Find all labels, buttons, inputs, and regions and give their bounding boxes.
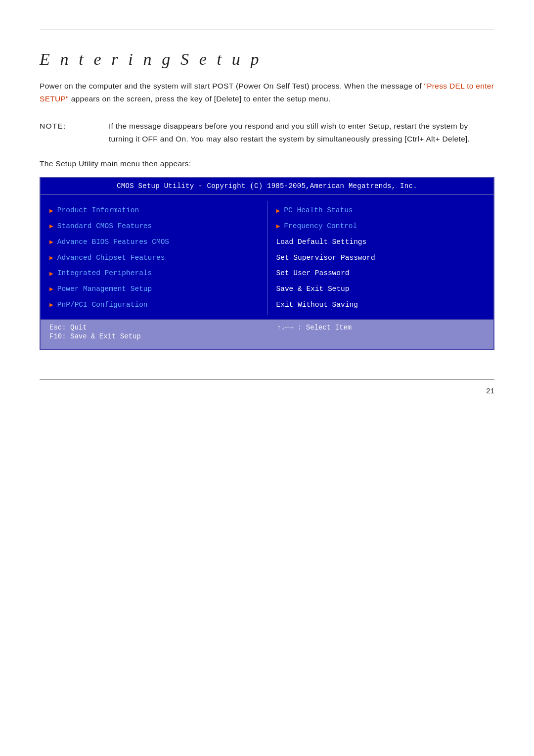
bios-item-label: Save & Exit Setup [276,284,350,295]
bios-arrow-icon: ▶ [49,222,53,232]
bios-arrow-icon: ▶ [49,206,53,216]
bios-item-label: Set User Password [276,268,350,279]
bios-item-label: Exit Without Saving [276,300,358,311]
bios-right-item: Set User Password [276,266,485,282]
bios-left-item: ▶Power Management Setup [49,282,258,297]
note-label: NOTE: [40,120,84,146]
bios-right-item: ▶Frequency Control [276,219,485,235]
bios-right-item: Save & Exit Setup [276,282,485,297]
note-block: NOTE: If the message disappears before y… [40,120,494,146]
bios-left-column: ▶Product Information▶Standard CMOS Featu… [41,201,267,315]
bottom-rule [40,379,494,380]
intro-text-after: appears on the screen, press the key of … [69,94,331,103]
bios-arrow-icon: ▶ [49,253,53,263]
top-rule [40,30,494,30]
bios-arrow-icon: ▶ [49,237,53,247]
bios-arrow-icon: ▶ [49,284,53,294]
bios-footer: Esc: Quit ↑↓←→ : Select Item F10: Save &… [41,319,493,349]
bios-item-label: Frequency Control [284,221,357,232]
bios-item-label: Power Management Setup [57,284,152,295]
bios-arrow-icon: ▶ [276,222,280,232]
bios-f10-label: F10: Save & Exit Setup [49,332,485,340]
bios-arrow-icon: ▶ [49,300,53,310]
bios-left-item: ▶PnP/PCI Configuration [49,297,258,313]
bios-item-label: PnP/PCI Configuration [57,300,148,311]
bios-left-item: ▶Product Information [49,203,258,219]
bios-menu: ▶Product Information▶Standard CMOS Featu… [41,195,493,319]
bios-item-label: Load Default Settings [276,237,367,248]
bios-footer-row1: Esc: Quit ↑↓←→ : Select Item [49,324,485,331]
page-title: E n t e r i n g S e t u p [40,50,494,69]
bios-arrow-label: ↑↓←→ : Select Item [257,324,485,331]
bios-item-label: PC Health Status [284,205,353,216]
page-number: 21 [486,386,494,395]
bios-item-label: Advance BIOS Features CMOS [57,237,169,248]
bios-left-item: ▶Advance BIOS Features CMOS [49,235,258,250]
bios-arrow-icon: ▶ [276,206,280,216]
bios-esc-label: Esc: Quit [49,324,257,331]
bios-right-item: Load Default Settings [276,235,485,250]
intro-text-before: Power on the computer and the system wil… [40,82,424,90]
bios-right-item: ▶PC Health Status [276,203,485,219]
bios-footer-spacer [49,340,485,345]
bios-arrow-icon: ▶ [49,269,53,279]
bios-setup-box: CMOS Setup Utility - Copyright (C) 1985-… [40,177,494,349]
bios-left-item: ▶Advanced Chipset Features [49,250,258,266]
note-content: If the message disappears before you res… [84,120,494,146]
bios-right-item: Set Supervisor Password [276,250,485,266]
bios-item-label: Product Information [57,205,139,216]
bios-item-label: Integrated Peripherals [57,268,152,279]
bios-right-column: ▶PC Health Status▶Frequency ControlLoad … [267,201,494,315]
bios-item-label: Standard CMOS Features [57,221,152,232]
bios-item-label: Set Supervisor Password [276,253,375,264]
intro-paragraph: Power on the computer and the system wil… [40,80,494,106]
bios-header: CMOS Setup Utility - Copyright (C) 1985-… [41,178,493,195]
bios-left-item: ▶Standard CMOS Features [49,219,258,235]
bios-item-label: Advanced Chipset Features [57,253,165,264]
utility-intro: The Setup Utility main menu then appears… [40,159,494,168]
bios-right-item: Exit Without Saving [276,297,485,313]
bios-left-item: ▶Integrated Peripherals [49,266,258,282]
